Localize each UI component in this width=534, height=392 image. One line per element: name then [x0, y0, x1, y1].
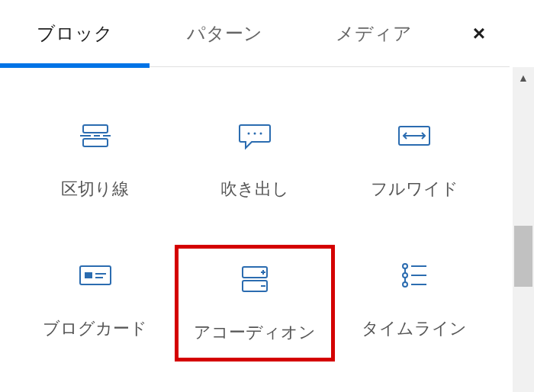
accordion-icon: [236, 261, 273, 297]
block-label: アコーディオン: [194, 319, 316, 345]
scroll-up-arrow[interactable]: ▲: [513, 67, 534, 88]
scrollbar[interactable]: ▲: [513, 67, 534, 392]
block-label: タイムライン: [362, 315, 467, 342]
blogcard-icon: [77, 257, 114, 294]
tab-blocks[interactable]: ブロック: [0, 0, 150, 67]
block-item-divider[interactable]: 区切り線: [15, 105, 175, 214]
svg-point-5: [247, 133, 249, 135]
block-item-balloon[interactable]: 吹き出し: [175, 105, 334, 214]
svg-point-20: [403, 273, 407, 278]
svg-point-6: [253, 133, 256, 135]
divider-icon: [77, 117, 114, 154]
timeline-icon: [396, 257, 433, 294]
block-label: 吹き出し: [220, 175, 289, 202]
tab-patterns[interactable]: パターン: [150, 0, 299, 67]
tabs-bar: ブロック パターン メディア ×: [0, 0, 510, 67]
svg-point-19: [403, 264, 407, 268]
block-label: 区切り線: [61, 175, 129, 202]
tab-media[interactable]: メディア: [299, 0, 449, 67]
block-item-accordion[interactable]: アコーディオン: [175, 245, 334, 361]
tab-label: ブロック: [37, 23, 113, 43]
svg-rect-0: [83, 125, 108, 133]
block-item-timeline[interactable]: タイムライン: [335, 245, 494, 361]
svg-point-7: [259, 133, 262, 135]
speech-icon: [236, 117, 273, 154]
block-item-blogcard[interactable]: ブログカード: [15, 245, 175, 361]
block-grid: 区切り線 吹き出し フルワイ: [0, 67, 510, 377]
fullwide-icon: [396, 117, 433, 154]
svg-point-21: [403, 282, 407, 287]
svg-rect-11: [85, 272, 92, 278]
block-inserter-panel: ブロック パターン メディア × 区切り線: [0, 0, 510, 392]
block-label: ブログカード: [43, 315, 147, 342]
block-item-fullwide[interactable]: フルワイド: [335, 105, 494, 214]
scroll-thumb[interactable]: [514, 226, 532, 287]
svg-rect-1: [83, 139, 108, 146]
tab-label: メディア: [336, 23, 412, 43]
close-button[interactable]: ×: [449, 21, 510, 46]
close-icon: ×: [473, 21, 485, 45]
tab-label: パターン: [187, 23, 262, 43]
block-label: フルワイド: [371, 175, 458, 202]
